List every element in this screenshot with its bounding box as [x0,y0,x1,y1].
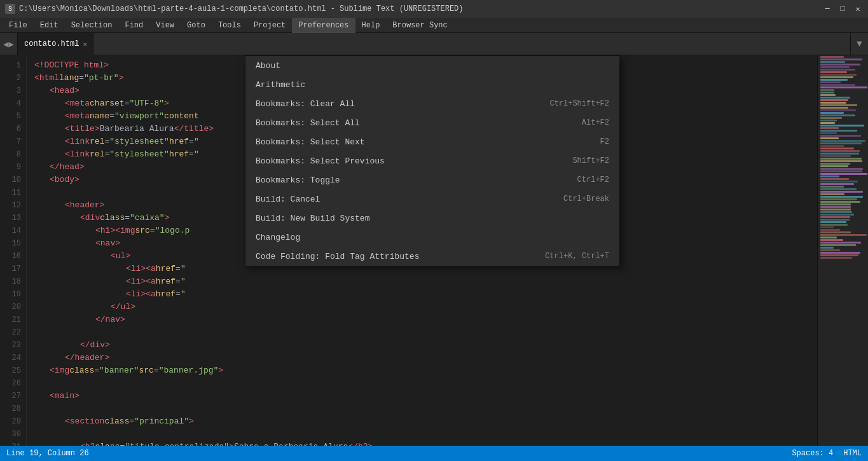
menu-item-find[interactable]: Find [118,18,149,33]
menu-item-file[interactable]: File [3,18,34,33]
minimap-line [820,186,844,188]
code-line: <section class="principal"> [34,415,817,428]
minimap-line [820,120,837,121]
editor-area: 1234567891011121314151617181920212223242… [0,55,868,446]
dropdown-item-label: Code Folding: Fold Tag Attributes [256,252,545,261]
minimap-line [820,109,856,111]
command-palette-dropdown[interactable]: AboutArithmeticBookmarks: Clear AllCtrl+… [245,55,620,266]
dropdown-item-label: Arithmetic [256,80,609,90]
line-number: 26 [0,377,21,390]
minimap-line [820,145,844,147]
maximize-button[interactable]: □ [837,4,848,14]
tab-dropdown-button[interactable]: ▼ [850,33,868,55]
minimap-line [820,219,850,221]
menu-item-goto[interactable]: Goto [181,18,212,33]
minimap [817,55,868,446]
dropdown-item[interactable]: Arithmetic [245,75,619,94]
app-icon: S [5,4,15,14]
minimap-line [820,239,843,241]
minimap-line [820,122,835,124]
minimap-line [820,74,857,76]
dropdown-item[interactable]: Bookmarks: Select NextF2 [245,132,619,151]
minimap-line [820,99,848,101]
dropdown-item[interactable]: About [245,56,619,75]
line-number: 3 [0,85,21,97]
minimap-line [820,94,836,96]
menu-item-view[interactable]: View [149,18,181,33]
close-button[interactable]: ✕ [853,4,863,14]
minimap-line [820,209,851,210]
minimap-line [820,216,850,218]
minimap-line [820,224,848,226]
dropdown-item[interactable]: Bookmarks: ToggleCtrl+F2 [245,170,619,189]
dropdown-item[interactable]: Bookmarks: Select AllAlt+F2 [245,113,619,132]
minimap-line [820,242,861,244]
dropdown-item[interactable]: Build: CancelCtrl+Break [245,189,619,209]
line-number: 4 [0,97,21,110]
code-line: <h2 class="titulo-centralizado">Sobre a … [34,441,817,446]
dropdown-item[interactable]: Bookmarks: Clear AllCtrl+Shift+F2 [245,94,619,113]
code-line [34,403,817,415]
dropdown-item-label: Build: New Build System [256,214,609,223]
menu-item-project[interactable]: Project [247,18,292,33]
tab-label: contato.html [24,39,79,48]
minimap-line [820,117,842,119]
dropdown-item-shortcut: Ctrl+F2 [577,175,609,184]
line-number: 9 [0,161,21,174]
minimap-line [820,112,844,114]
line-number: 16 [0,250,21,263]
spaces-indicator[interactable]: Spaces: 4 [792,449,833,458]
minimap-line [820,127,839,129]
menu-item-tools[interactable]: Tools [212,18,247,33]
dropdown-item[interactable]: Changelog [245,228,619,247]
tab-close-button[interactable]: ✕ [83,40,87,48]
dropdown-item[interactable]: Bookmarks: Select PreviousShift+F2 [245,151,619,170]
minimap-line [820,158,862,160]
menu-item-preferences[interactable]: Preferences [292,18,355,33]
minimap-line [820,130,857,132]
minimap-line [820,191,863,193]
menu-item-browser-sync[interactable]: Browser Sync [386,18,453,33]
minimap-line [820,231,851,233]
minimap-line [820,206,851,208]
menu-item-edit[interactable]: Edit [34,18,65,33]
minimap-line [820,153,859,155]
minimize-button[interactable]: ─ [822,4,832,14]
menu-item-help[interactable]: Help [355,18,387,33]
minimap-line [820,160,862,162]
line-number: 13 [0,212,21,224]
minimap-line [820,92,834,93]
line-number: 31 [0,441,21,446]
window-title: C:\Users\Monica\Downloads\html-parte-4-a… [19,4,464,13]
minimap-line [820,196,863,198]
cursor-position[interactable]: Line 19, Column 26 [6,449,89,458]
dropdown-item-label: Bookmarks: Select Previous [256,156,572,166]
minimap-line [820,193,844,195]
dropdown-item[interactable]: Code Folding: Fold Tag AttributesCtrl+K,… [245,247,619,266]
line-number: 28 [0,403,21,415]
minimap-line [820,58,862,60]
minimap-line [820,64,860,65]
minimap-line [820,198,857,200]
dropdown-item-label: About [256,61,609,71]
tab-scroll-left-button[interactable]: ◀▶ [0,33,18,55]
dropdown-item-label: Bookmarks: Select Next [256,137,600,147]
line-number: 2 [0,72,21,85]
line-number: 19 [0,288,21,301]
dropdown-item-shortcut: Ctrl+K, Ctrl+T [545,252,609,261]
menu-item-selection[interactable]: Selection [65,18,119,33]
minimap-line [820,97,850,99]
language-indicator[interactable]: HTML [843,449,862,458]
minimap-line [820,140,865,142]
line-number: 12 [0,199,21,212]
dropdown-item[interactable]: Build: New Build System [245,209,619,228]
tab-contato[interactable]: contato.html ✕ [18,33,94,55]
minimap-line [820,89,834,91]
title-bar-left: S C:\Users\Monica\Downloads\html-parte-4… [5,4,464,14]
code-line: <img class="banner" src="banner.jpg"> [34,364,817,377]
line-number: 1 [0,59,21,72]
minimap-line [820,165,848,167]
dropdown-item-label: Build: Cancel [256,195,563,204]
minimap-line [820,237,837,238]
line-number: 22 [0,326,21,339]
